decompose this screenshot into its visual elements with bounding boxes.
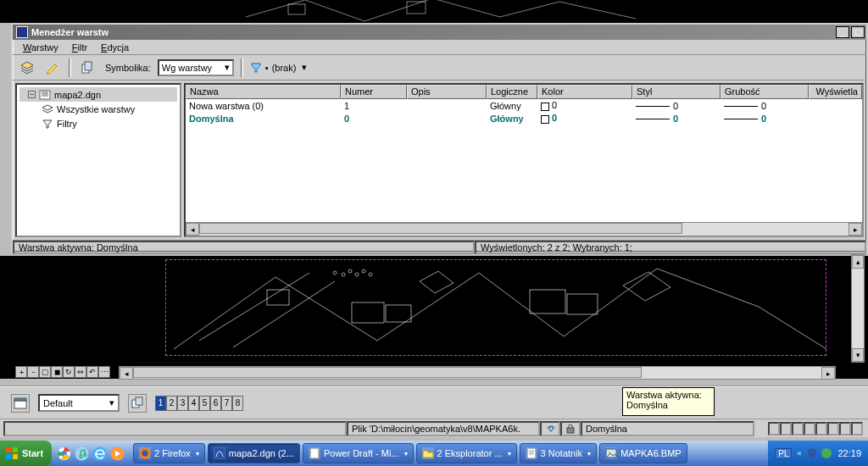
view-8[interactable]: 8 bbox=[232, 396, 243, 411]
col-logical[interactable]: Logiczne bbox=[487, 85, 537, 99]
minimize-button[interactable]: _ bbox=[836, 26, 849, 38]
tree-all-layers[interactable]: Wszystkie warstwy bbox=[19, 102, 177, 116]
cad-viewport-main[interactable] bbox=[0, 256, 868, 379]
plate-1[interactable] bbox=[768, 422, 780, 435]
ie-icon[interactable] bbox=[92, 447, 107, 461]
layer-grid: Nazwa Numer Opis Logiczne Kolor Styl Gru… bbox=[184, 83, 864, 237]
view-6[interactable]: 6 bbox=[210, 396, 221, 411]
tray-shield-icon[interactable] bbox=[806, 447, 818, 459]
table-row[interactable]: Domyślna 0 Główny 0 0 0 bbox=[186, 112, 862, 125]
copy-icon[interactable] bbox=[78, 58, 97, 77]
col-color[interactable]: Kolor bbox=[537, 85, 632, 99]
viewgroup-icon[interactable] bbox=[11, 394, 30, 413]
col-weight[interactable]: Grubość bbox=[721, 85, 809, 99]
system-tray: PL « 22:19 bbox=[768, 441, 868, 466]
symbolika-combo[interactable]: Wg warstwy bbox=[158, 59, 234, 76]
view-5[interactable]: 5 bbox=[199, 396, 210, 411]
task-notatnik[interactable]: 3 Notatnik▾ bbox=[520, 443, 598, 463]
close-button[interactable]: □ bbox=[851, 26, 865, 38]
vc-sel-icon[interactable]: ◼ bbox=[51, 366, 63, 378]
view-3[interactable]: 3 bbox=[177, 396, 188, 411]
vc-more-icon[interactable]: ⋯ bbox=[98, 366, 110, 378]
start-button[interactable]: Start bbox=[0, 441, 52, 466]
status-empty bbox=[3, 421, 347, 436]
view-1[interactable]: 1 bbox=[155, 396, 166, 411]
lock-icon[interactable] bbox=[560, 421, 581, 436]
tray-globe-icon[interactable] bbox=[821, 447, 832, 459]
scroll-thumb[interactable] bbox=[199, 223, 682, 234]
notepad-icon bbox=[526, 447, 537, 459]
plate-8[interactable] bbox=[851, 422, 863, 435]
svg-point-13 bbox=[355, 273, 359, 276]
tree-filters[interactable]: Filtry bbox=[19, 116, 177, 130]
grid-hscrollbar[interactable]: ◂ ▸ bbox=[186, 222, 862, 236]
scroll-left-icon[interactable]: ◂ bbox=[120, 367, 133, 380]
scroll-left-icon[interactable]: ◂ bbox=[186, 223, 199, 236]
viewport-vscroll[interactable]: ▴ ▾ bbox=[851, 254, 865, 363]
clock[interactable]: 22:19 bbox=[837, 448, 861, 458]
plate-4[interactable] bbox=[804, 422, 815, 435]
menu-edit[interactable]: Edycja bbox=[96, 41, 134, 54]
col-name[interactable]: Nazwa bbox=[186, 85, 341, 99]
view-number-buttons: 1 2 3 4 5 6 7 8 bbox=[155, 396, 243, 411]
vc-prev-icon[interactable]: ↶ bbox=[86, 366, 98, 378]
filter-none-combo[interactable]: •(brak) bbox=[250, 62, 308, 74]
task-firefox[interactable]: 2 Firefox▾ bbox=[133, 443, 205, 463]
status-filepath: Plik 'D:\miłocin\geomatyka\v8\MAPKA6k. bbox=[347, 421, 540, 436]
itunes-icon[interactable] bbox=[75, 447, 89, 461]
status-active-layer: Warstwa aktywna: Domyślna bbox=[13, 241, 475, 254]
toolbar: Symbolika: Wg warstwy •(brak) bbox=[13, 55, 866, 80]
vc-pan-icon[interactable]: ⇔ bbox=[75, 366, 86, 378]
view-7[interactable]: 7 bbox=[221, 396, 232, 411]
vc-rot-icon[interactable]: ↻ bbox=[63, 366, 75, 378]
svg-point-27 bbox=[75, 447, 89, 460]
svg-rect-3 bbox=[85, 62, 92, 70]
link-icon[interactable] bbox=[540, 421, 560, 436]
plate-2[interactable] bbox=[780, 422, 792, 435]
plate-3[interactable] bbox=[792, 422, 804, 435]
view-2[interactable]: 2 bbox=[166, 396, 177, 411]
vc-plus-icon[interactable]: ＋ bbox=[15, 366, 27, 378]
collapse-icon[interactable]: − bbox=[28, 91, 36, 98]
table-row[interactable]: Nowa warstwa (0) 1 Główny 0 0 0 bbox=[186, 99, 862, 112]
copy-view-icon[interactable] bbox=[128, 394, 147, 413]
scroll-right-icon[interactable]: ▸ bbox=[849, 223, 862, 236]
col-desc[interactable]: Opis bbox=[407, 85, 487, 99]
highlight-icon[interactable] bbox=[43, 58, 62, 77]
vc-minus-icon[interactable]: － bbox=[27, 366, 39, 378]
col-number[interactable]: Numer bbox=[341, 85, 407, 99]
scroll-right-icon[interactable]: ▸ bbox=[821, 367, 835, 380]
svg-rect-19 bbox=[136, 397, 142, 405]
chrome-icon[interactable] bbox=[57, 447, 71, 461]
task-mapa2[interactable]: mapa2.dgn (2... bbox=[208, 443, 300, 463]
status-active-layer[interactable]: Domyślna bbox=[581, 421, 754, 436]
task-powerdraft[interactable]: Power Draft - Mi...▾ bbox=[303, 443, 414, 463]
svg-point-11 bbox=[342, 273, 345, 276]
svg-rect-34 bbox=[527, 448, 536, 458]
window-title: Menedżer warstw bbox=[31, 27, 836, 37]
menu-filter[interactable]: Filtr bbox=[67, 41, 92, 54]
plate-7[interactable] bbox=[839, 422, 851, 435]
player-icon[interactable] bbox=[110, 447, 125, 461]
tree-root-file[interactable]: − mapa2.dgn bbox=[19, 87, 177, 102]
task-explorer[interactable]: 2 Eksplorator ...▾ bbox=[416, 443, 517, 463]
plate-5[interactable] bbox=[815, 422, 827, 435]
scroll-thumb[interactable] bbox=[133, 367, 642, 378]
task-mapka-bmp[interactable]: MAPKA6.BMP bbox=[599, 443, 687, 463]
tray-expand-icon[interactable]: « bbox=[797, 449, 801, 458]
scroll-up-icon[interactable]: ▴ bbox=[852, 255, 864, 269]
col-style[interactable]: Styl bbox=[632, 85, 721, 99]
scroll-down-icon[interactable]: ▾ bbox=[852, 348, 864, 362]
lang-indicator[interactable]: PL bbox=[775, 448, 792, 459]
col-display[interactable]: Wyświetla bbox=[809, 85, 862, 99]
plate-6[interactable] bbox=[827, 422, 839, 435]
menu-layers[interactable]: Warstwy bbox=[18, 41, 64, 54]
viewport-hscroll[interactable]: ◂ ▸ bbox=[119, 366, 836, 380]
svg-point-37 bbox=[821, 448, 832, 458]
view-4[interactable]: 4 bbox=[188, 396, 199, 411]
color-swatch-icon bbox=[541, 103, 549, 111]
titlebar[interactable]: Menedżer warstw _ □ bbox=[13, 25, 866, 40]
layers-icon[interactable] bbox=[18, 58, 36, 77]
vc-fit-icon[interactable]: ▢ bbox=[39, 366, 51, 378]
viewgroup-combo[interactable]: Default bbox=[38, 394, 120, 412]
